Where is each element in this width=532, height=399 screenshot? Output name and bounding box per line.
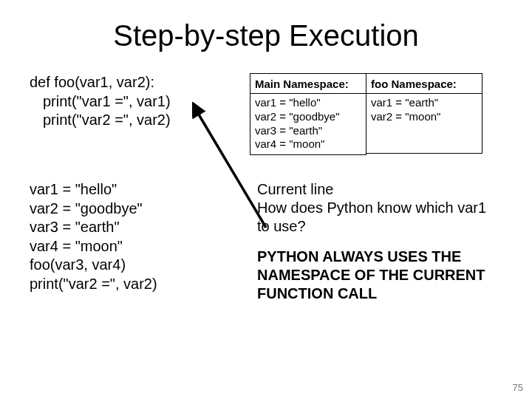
code-line: print("var1 =", var1): [30, 92, 236, 112]
code-line: print("var2 =", var2): [30, 276, 157, 292]
note-line: How does Python know which var1 to use?: [257, 199, 502, 236]
code-line: var1 = "hello": [30, 181, 117, 197]
main-namespace-header: Main Namespace:: [250, 73, 366, 94]
code-line: var2 = "goodbye": [30, 200, 143, 216]
note-line: Current line: [257, 180, 502, 199]
namespace-tables: Main Namespace: var1 = "hello" var2 = "g…: [250, 73, 502, 158]
note-emphasis: PYTHON ALWAYS USES THE NAMESPACE OF THE …: [257, 248, 502, 303]
explanation-text: Current line How does Python know which …: [250, 180, 502, 303]
code-line: print("var2 =", var2): [30, 111, 236, 130]
lower-columns: var1 = "hello" var2 = "goodbye" var3 = "…: [30, 180, 502, 303]
code-line: def foo(var1, var2):: [30, 74, 154, 90]
page-number: 75: [513, 382, 523, 393]
code-line: foo(var3, var4): [30, 256, 126, 273]
main-code-block: var1 = "hello" var2 = "goodbye" var3 = "…: [30, 180, 236, 303]
code-line: var3 = "earth": [30, 219, 119, 235]
foo-namespace-header: foo Namespace:: [366, 73, 482, 94]
code-line: var4 = "moon": [30, 238, 123, 254]
upper-columns: def foo(var1, var2): print("var1 =", var…: [30, 73, 502, 158]
foo-namespace-body: var1 = "earth" var2 = "moon": [366, 93, 482, 154]
function-def-code: def foo(var1, var2): print("var1 =", var…: [30, 73, 236, 158]
slide: Step-by-step Execution def foo(var1, var…: [0, 0, 532, 399]
main-namespace-body: var1 = "hello" var2 = "goodbye" var3 = "…: [250, 93, 366, 155]
page-title: Step-by-step Execution: [30, 19, 502, 52]
